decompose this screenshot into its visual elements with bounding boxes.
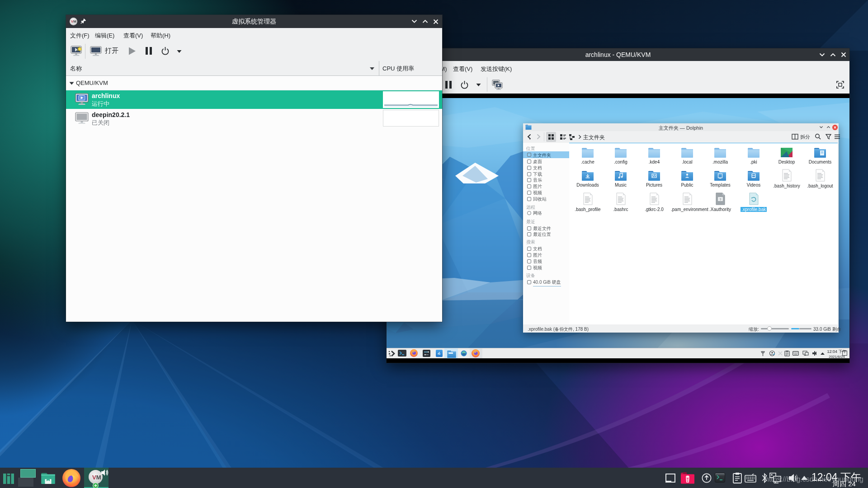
svg-text:?: ? — [719, 198, 721, 201]
